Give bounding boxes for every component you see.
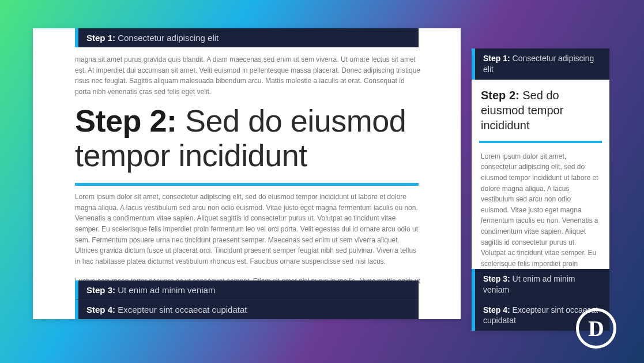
step4-title: Excepteur sint occaecat cupidatat bbox=[118, 305, 247, 315]
divi-logo-icon: D bbox=[576, 308, 616, 349]
divi-logo-letter: D bbox=[588, 316, 604, 341]
step3-bar-wrap: Step 3: Ut enim ad minim veniam Step 4: … bbox=[33, 280, 461, 319]
side-accordion-step3[interactable]: Step 3: Ut enim ad minim veniam bbox=[472, 269, 609, 300]
accordion-step4[interactable]: Step 4: Excepteur sint occaecat cupidata… bbox=[75, 300, 419, 319]
step1-label: Step 1: bbox=[86, 33, 115, 43]
step4-label: Step 4: bbox=[86, 305, 115, 315]
side-step4-label: Step 4: bbox=[483, 305, 510, 315]
side-accordion-step2-header[interactable]: Step 2: Sed do eiusmod tempor incididunt bbox=[472, 80, 609, 141]
document-preview: Step 1: Consectetur adipiscing elit magn… bbox=[33, 28, 461, 319]
step2-label: Step 2: bbox=[75, 103, 177, 138]
step1-title: Consectetur adipiscing elit bbox=[118, 33, 219, 43]
step2-heading: Step 2: Sed do eiusmod tempor incididunt bbox=[33, 104, 461, 173]
step2-body-text-1: Lorem ipsum dolor sit amet, consectetur … bbox=[33, 192, 461, 274]
step1-body-text: magna sit amet purus gravida quis blandi… bbox=[33, 47, 461, 104]
divider-wrap bbox=[33, 173, 461, 192]
side-step2-label: Step 2: bbox=[481, 89, 519, 102]
side-accordion-step1[interactable]: Step 1: Consectetur adipiscing elit bbox=[472, 48, 609, 80]
side-step3-label: Step 3: bbox=[483, 274, 510, 283]
bottom-bars: Step 3: Ut enim ad minim veniam Step 4: … bbox=[33, 280, 461, 319]
side-step1-label: Step 1: bbox=[483, 54, 510, 63]
step1-bar-wrap: Step 1: Consectetur adipiscing elit bbox=[33, 28, 461, 47]
step3-label: Step 3: bbox=[86, 285, 115, 295]
accent-divider bbox=[75, 183, 419, 186]
accordion-step1[interactable]: Step 1: Consectetur adipiscing elit bbox=[75, 28, 419, 47]
sidebar-accordion: Step 1: Consectetur adipiscing elit Step… bbox=[472, 48, 609, 331]
side-step2-body: Lorem ipsum dolor sit amet, consectetur … bbox=[472, 143, 609, 269]
accordion-step3[interactable]: Step 3: Ut enim ad minim veniam bbox=[75, 280, 419, 300]
step3-title: Ut enim ad minim veniam bbox=[118, 285, 215, 295]
